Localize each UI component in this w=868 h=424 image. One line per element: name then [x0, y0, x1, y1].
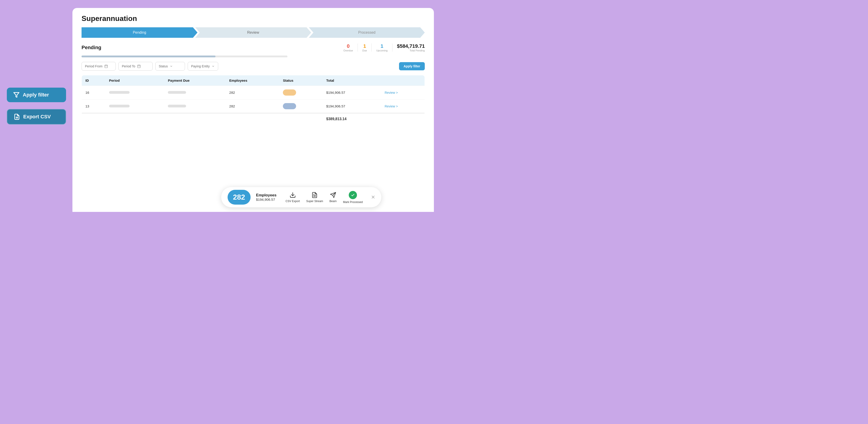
export-icon	[14, 113, 20, 120]
mark-processed-action[interactable]: Mark Processed	[343, 191, 363, 204]
cell-period-16	[105, 86, 164, 99]
close-button[interactable]: ✕	[371, 194, 375, 200]
grand-total-label	[279, 113, 322, 125]
stat-divider-3	[392, 43, 393, 52]
check-circle-icon	[349, 191, 357, 199]
cell-period-13	[105, 99, 164, 113]
cell-id-13: 13	[82, 99, 105, 113]
period-to-filter[interactable]: Period To	[118, 62, 153, 70]
col-period: Period	[105, 75, 164, 86]
cell-employees-16: 282	[226, 86, 279, 99]
filters-row: Period From Period To Status	[82, 62, 425, 70]
csv-export-action[interactable]: CSV Export	[286, 192, 300, 203]
file-icon	[312, 192, 318, 198]
beam-action[interactable]: Beam	[330, 192, 337, 203]
col-payment-due: Payment Due	[164, 75, 225, 86]
table-row: 16 282 $194,906.57 Review >	[82, 86, 425, 99]
period-from-filter[interactable]: Period From	[82, 62, 116, 70]
table-header-row: ID Period Payment Due Employees Status T…	[82, 75, 425, 86]
section-title: Pending	[82, 44, 101, 51]
action-bar-actions: CSV Export Super Stream Beam	[286, 191, 375, 204]
review-link-13[interactable]: Review >	[385, 104, 398, 108]
cell-total-16: $194,906.57	[322, 86, 381, 99]
progress-bar	[82, 56, 287, 57]
table-row: 13 282 $194,906.57 Review >	[82, 99, 425, 113]
super-stream-action[interactable]: Super Stream	[306, 192, 323, 203]
content-area: Pending 0 Overdue 1 Due 1 Upcoming	[72, 38, 434, 130]
stat-divider-1	[358, 43, 358, 52]
data-table: ID Period Payment Due Employees Status T…	[82, 75, 425, 125]
apply-filter-button-main[interactable]: Apply filter	[399, 62, 425, 70]
grand-total-value: $389,813.14	[322, 113, 381, 125]
beam-label: Beam	[330, 200, 337, 203]
stat-total: $584,719.71 Total Pending	[397, 43, 425, 52]
send-icon	[330, 192, 336, 198]
col-status: Status	[279, 75, 322, 86]
calendar-icon	[104, 64, 108, 68]
col-action	[381, 75, 425, 86]
chevron-down-icon-2	[212, 65, 215, 68]
svg-rect-2	[105, 65, 107, 68]
employee-count-badge: 282	[227, 190, 251, 205]
stat-due: 1 Due	[362, 43, 367, 52]
cell-status-16	[279, 86, 322, 99]
status-filter[interactable]: Status	[155, 62, 185, 70]
calendar-icon-2	[137, 64, 141, 68]
cell-status-13	[279, 99, 322, 113]
action-bar-info: Employees $194,906.57	[256, 193, 277, 201]
super-stream-label: Super Stream	[306, 200, 323, 203]
download-icon	[289, 192, 296, 198]
progress-bar-fill	[82, 56, 215, 57]
col-total: Total	[322, 75, 381, 86]
step-review[interactable]: Review	[195, 27, 311, 38]
cell-action-16[interactable]: Review >	[381, 86, 425, 99]
cell-employees-13: 282	[226, 99, 279, 113]
paying-entity-filter[interactable]: Paying Entity	[188, 62, 218, 70]
left-panel: Apply filter Export CSV	[0, 0, 73, 212]
action-bar: 282 Employees $194,906.57 CSV Export	[221, 187, 381, 207]
stat-overdue: 0 Overdue	[343, 43, 353, 52]
cell-id-16: 16	[82, 86, 105, 99]
cell-action-13[interactable]: Review >	[381, 99, 425, 113]
main-content: Superannuation Pending Review Processed …	[72, 8, 434, 212]
svg-marker-0	[14, 92, 19, 97]
cell-total-13: $194,906.57	[322, 99, 381, 113]
mark-processed-label: Mark Processed	[343, 200, 363, 204]
export-csv-button[interactable]: Export CSV	[7, 109, 66, 125]
employees-label: Employees	[256, 193, 277, 198]
review-link-16[interactable]: Review >	[385, 91, 398, 94]
filter-icon	[13, 92, 20, 98]
apply-filter-button[interactable]: Apply filter	[7, 88, 66, 102]
col-employees: Employees	[226, 75, 279, 86]
stats-row: 0 Overdue 1 Due 1 Upcoming $584,719.71 T…	[343, 43, 425, 52]
employees-amount: $194,906.57	[256, 198, 277, 201]
cell-payment-due-16	[164, 86, 225, 99]
step-processed[interactable]: Processed	[309, 27, 425, 38]
chevron-down-icon	[170, 65, 173, 68]
stat-divider-2	[371, 43, 372, 52]
page-title: Superannuation	[82, 14, 425, 23]
workflow-steps: Pending Review Processed	[82, 27, 425, 38]
svg-rect-6	[137, 65, 140, 68]
total-row: $389,813.14	[82, 113, 425, 125]
cell-payment-due-13	[164, 99, 225, 113]
col-id: ID	[82, 75, 105, 86]
section-header: Pending 0 Overdue 1 Due 1 Upcoming	[82, 43, 425, 52]
stat-upcoming: 1 Upcoming	[376, 43, 388, 52]
step-pending[interactable]: Pending	[82, 27, 197, 38]
csv-export-label: CSV Export	[286, 200, 300, 203]
page-header: Superannuation Pending Review Processed	[72, 8, 434, 38]
